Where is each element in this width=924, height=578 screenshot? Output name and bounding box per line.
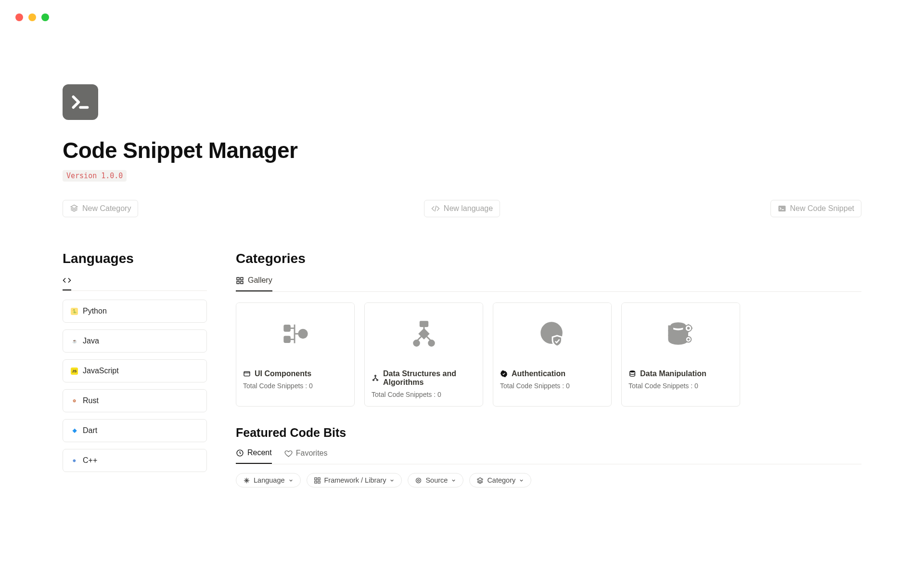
java-icon: ☕ xyxy=(71,338,78,345)
category-card-data-structures[interactable]: Data Structures and Algorithms Total Cod… xyxy=(364,302,483,407)
window-icon xyxy=(243,370,251,378)
gallery-tab-label: Gallery xyxy=(248,276,272,285)
language-label: JavaScript xyxy=(83,367,119,375)
category-title: UI Components xyxy=(255,369,311,378)
database-gear-icon xyxy=(666,319,696,349)
svg-line-21 xyxy=(426,337,430,341)
chevron-down-icon xyxy=(389,478,395,483)
languages-list: 🐍 Python ☕ Java JS JavaScript ⚙ Rust 🔷 xyxy=(63,300,207,472)
svg-rect-5 xyxy=(241,281,243,283)
category-snippet-count: Total Code Snippets : 0 xyxy=(500,382,604,390)
language-item-cpp[interactable]: ⊕ C++ xyxy=(63,449,207,472)
new-language-button[interactable]: New language xyxy=(424,200,500,217)
gallery-tab[interactable]: Gallery xyxy=(236,276,272,291)
category-card-ui-components[interactable]: UI Components Total Code Snippets : 0 xyxy=(236,302,355,407)
verified-icon xyxy=(500,370,508,378)
chevron-down-icon xyxy=(288,478,294,483)
language-label: C++ xyxy=(83,456,97,465)
target-icon xyxy=(415,477,422,484)
svg-rect-15 xyxy=(420,322,428,327)
category-snippet-count: Total Code Snippets : 0 xyxy=(243,382,347,390)
grid-icon xyxy=(314,477,321,484)
svg-rect-1 xyxy=(778,206,785,211)
quick-actions-row: New Category New language New Code Snipp… xyxy=(63,200,861,217)
svg-point-18 xyxy=(428,341,434,346)
database-icon xyxy=(629,370,636,378)
category-card-authentication[interactable]: Authentication Total Code Snippets : 0 xyxy=(493,302,612,407)
filter-category[interactable]: Category xyxy=(469,473,531,487)
category-title: Data Manipulation xyxy=(640,369,706,378)
languages-heading: Languages xyxy=(63,251,207,266)
svg-point-26 xyxy=(548,327,555,333)
svg-point-22 xyxy=(375,375,376,377)
languages-code-tab[interactable] xyxy=(63,276,71,290)
minimize-window-icon[interactable] xyxy=(28,13,36,21)
svg-point-38 xyxy=(630,370,635,372)
clock-icon xyxy=(236,449,244,457)
new-category-button[interactable]: New Category xyxy=(63,200,138,217)
svg-rect-6 xyxy=(284,326,290,331)
app-terminal-icon xyxy=(63,84,98,120)
layers-icon xyxy=(70,204,78,213)
svg-rect-42 xyxy=(314,481,316,483)
gallery-grid-icon xyxy=(236,276,244,285)
close-window-icon[interactable] xyxy=(15,13,23,21)
tab-recent[interactable]: Recent xyxy=(236,448,272,464)
window-controls xyxy=(15,13,49,21)
svg-point-23 xyxy=(373,380,374,381)
filter-label: Source xyxy=(425,476,448,484)
svg-point-45 xyxy=(418,479,420,481)
svg-rect-2 xyxy=(237,277,239,280)
language-label: Rust xyxy=(83,396,99,405)
javascript-icon: JS xyxy=(71,368,78,375)
language-label: Python xyxy=(83,307,107,315)
code-icon xyxy=(431,204,440,213)
maximize-window-icon[interactable] xyxy=(41,13,49,21)
filter-label: Category xyxy=(487,476,515,484)
terminal-icon xyxy=(778,204,786,213)
page-title: Code Snippet Manager xyxy=(63,137,861,163)
filter-language[interactable]: Language xyxy=(236,473,301,487)
new-category-label: New Category xyxy=(82,204,131,213)
svg-point-44 xyxy=(416,478,421,483)
tab-favorites-label: Favorites xyxy=(296,449,328,458)
user-shield-icon xyxy=(538,319,567,349)
filters-row: Language Framework / Library Source Cate… xyxy=(236,473,861,487)
language-item-dart[interactable]: 🔷 Dart xyxy=(63,419,207,442)
language-item-rust[interactable]: ⚙ Rust xyxy=(63,389,207,412)
dart-icon: 🔷 xyxy=(71,427,78,434)
dsa-image xyxy=(365,303,483,365)
category-card-data-manipulation[interactable]: Data Manipulation Total Code Snippets : … xyxy=(621,302,740,407)
featured-heading: Featured Code Bits xyxy=(236,426,861,440)
filter-label: Framework / Library xyxy=(324,476,386,484)
svg-point-37 xyxy=(687,339,689,341)
rust-icon: ⚙ xyxy=(71,397,78,405)
code-icon xyxy=(63,276,71,285)
sparkle-icon xyxy=(243,477,250,484)
new-snippet-button[interactable]: New Code Snippet xyxy=(770,200,861,217)
language-item-java[interactable]: ☕ Java xyxy=(63,329,207,353)
layers-icon xyxy=(476,477,484,484)
category-title: Authentication xyxy=(512,369,565,378)
language-label: Dart xyxy=(83,426,97,435)
svg-rect-7 xyxy=(284,337,290,342)
ui-components-image xyxy=(236,303,354,365)
categories-gallery: UI Components Total Code Snippets : 0 xyxy=(236,302,861,407)
svg-rect-40 xyxy=(314,477,316,479)
language-item-python[interactable]: 🐍 Python xyxy=(63,300,207,323)
ui-components-icon xyxy=(281,319,310,349)
filter-source[interactable]: Source xyxy=(408,473,463,487)
language-item-javascript[interactable]: JS JavaScript xyxy=(63,359,207,382)
featured-tabbar: Recent Favorites xyxy=(236,448,861,464)
tab-favorites[interactable]: Favorites xyxy=(284,448,328,464)
tree-icon xyxy=(372,374,379,382)
new-snippet-label: New Code Snippet xyxy=(790,204,854,213)
flowchart-icon xyxy=(409,319,439,349)
category-snippet-count: Total Code Snippets : 0 xyxy=(372,391,476,398)
tab-recent-label: Recent xyxy=(247,448,272,457)
filter-framework[interactable]: Framework / Library xyxy=(307,473,402,487)
filter-label: Language xyxy=(254,476,285,484)
svg-point-24 xyxy=(377,380,378,381)
svg-rect-13 xyxy=(244,371,250,376)
data-manipulation-image xyxy=(622,303,740,365)
